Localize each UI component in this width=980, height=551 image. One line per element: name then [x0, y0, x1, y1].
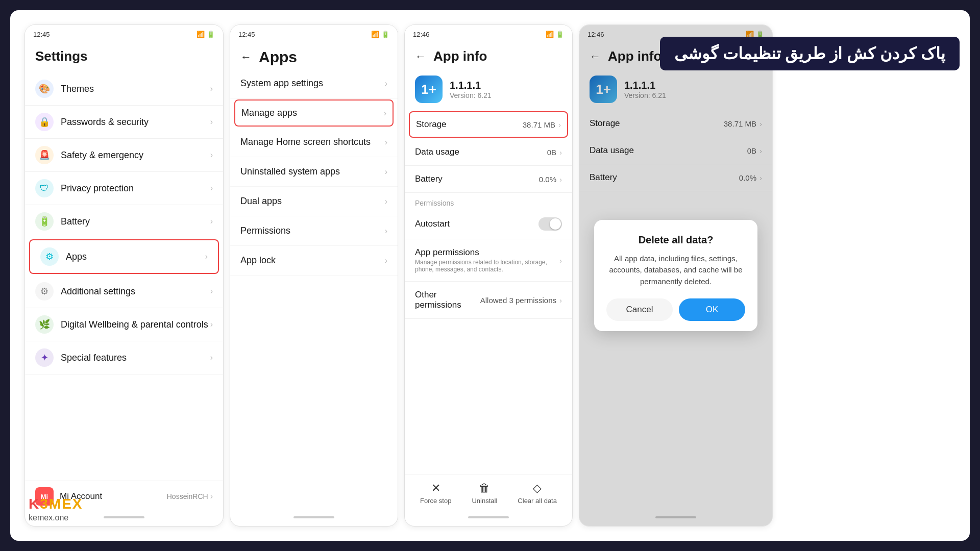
cancel-button[interactable]: Cancel [606, 298, 673, 321]
status-icons-1: 📶 🔋 [197, 31, 215, 38]
screens-row: 12:45 📶 🔋 Settings 🎨 Themes › 🔒 Password… [10, 10, 970, 541]
status-icons-3: 📶 🔋 [546, 31, 564, 38]
time-1: 12:45 [33, 31, 50, 38]
ok-button[interactable]: OK [679, 298, 745, 321]
apps-title: Apps [259, 48, 297, 66]
safety-icon: 🚨 [35, 146, 54, 164]
status-bar-3: 12:46 📶 🔋 [405, 25, 572, 43]
app-icon-3: 1+ [415, 76, 443, 103]
appinfo-data-usage[interactable]: Data usage 0B › [405, 139, 572, 166]
apps-item-uninstalled[interactable]: Uninstalled system apps › [230, 157, 398, 187]
settings-item-battery[interactable]: 🔋 Battery › [25, 205, 223, 238]
dialog-overlay: Delete all data? All app data, including… [579, 25, 772, 526]
app-name-3: 1.1.1.1 [450, 80, 492, 91]
status-bar-2: 12:45 📶 🔋 [230, 25, 398, 43]
app-permissions-label: App permissions [415, 247, 559, 258]
logo-main: K3MEX [29, 496, 83, 512]
app-lock-label: App lock [240, 255, 276, 266]
screen-apps: 12:45 📶 🔋 ← Apps System app settings › M… [230, 24, 398, 527]
other-permissions-row[interactable]: Other permissions Allowed 3 permissions … [405, 282, 572, 319]
toggle-knob [550, 218, 561, 230]
themes-label: Themes [61, 84, 210, 94]
apps-list: System app settings › Manage apps › Mana… [230, 69, 398, 512]
battery-value-3: 0.0% [539, 175, 556, 184]
force-stop-btn[interactable]: ✕ Force stop [420, 482, 451, 505]
appinfo-storage[interactable]: Storage 38.71 MB › [409, 111, 568, 138]
additional-label: Additional settings [61, 286, 210, 297]
clear-all-btn[interactable]: ◇ Clear all data [518, 482, 557, 505]
uninstalled-label: Uninstalled system apps [240, 166, 340, 177]
bottom-logo: K3MEX kemex.one [29, 496, 83, 522]
storage-label: Storage [416, 119, 523, 130]
apps-item-home[interactable]: Manage Home screen shortcuts › [230, 128, 398, 157]
apps-item-dual[interactable]: Dual apps › [230, 187, 398, 216]
logo-sub: kemex.one [29, 513, 83, 522]
settings-item-additional[interactable]: ⚙ Additional settings › [25, 275, 223, 308]
permissions-label: Permissions [240, 226, 290, 236]
banner-text: پاک کردن کش از طریق تنظیمات گوشی [674, 44, 945, 63]
battery-label: Battery [61, 216, 210, 227]
themes-arrow: › [210, 84, 213, 93]
storage-value: 38.71 MB [523, 120, 555, 129]
privacy-icon: 🛡 [35, 179, 54, 197]
bottom-actions: ✕ Force stop 🗑 Uninstall ◇ Clear all dat… [405, 474, 572, 512]
permissions-section: Permissions [405, 193, 572, 209]
back-arrow-2[interactable]: ← [240, 51, 252, 64]
status-icons-2: 📶 🔋 [371, 31, 389, 38]
battery-label-3: Battery [415, 174, 539, 184]
other-permissions-value: Allowed 3 permissions [480, 296, 556, 305]
force-stop-label: Force stop [420, 497, 451, 505]
manage-apps-label: Manage apps [241, 108, 297, 118]
settings-item-digital[interactable]: 🌿 Digital Wellbeing & parental controls … [25, 308, 223, 341]
settings-item-special[interactable]: ✦ Special features › [25, 341, 223, 374]
screen-appinfo: 12:46 📶 🔋 ← App info 1+ 1.1.1.1 Version:… [404, 24, 573, 527]
screen-appinfo-dialog: 12:46 📶 🔋 ← App info 1+ 1.1.1.1 Version:… [579, 24, 773, 527]
force-stop-icon: ✕ [431, 482, 440, 495]
status-bar-1: 12:45 📶 🔋 [25, 25, 223, 43]
clear-all-icon: ◇ [533, 482, 542, 495]
appinfo-header: ← App info [405, 43, 572, 68]
apps-item-applock[interactable]: App lock › [230, 246, 398, 276]
app-permissions-row[interactable]: App permissions Manage permissions relat… [405, 239, 572, 282]
settings-title: Settings [25, 43, 223, 72]
digital-icon: 🌿 [35, 315, 54, 334]
autostart-toggle[interactable] [538, 217, 562, 231]
logo-k: K [29, 496, 40, 512]
settings-item-safety[interactable]: 🚨 Safety & emergency › [25, 139, 223, 172]
settings-item-apps[interactable]: ⚙ Apps › [29, 239, 219, 274]
main-container: پاک کردن کش از طریق تنظیمات گوشی 12:45 📶… [10, 10, 970, 541]
appinfo-title-3: App info [433, 48, 487, 64]
additional-icon: ⚙ [35, 282, 54, 300]
autostart-row[interactable]: Autostart [405, 209, 572, 239]
passwords-label: Passwords & security [61, 117, 210, 128]
screen-settings: 12:45 📶 🔋 Settings 🎨 Themes › 🔒 Password… [24, 24, 224, 527]
passwords-icon: 🔒 [35, 113, 54, 131]
uninstall-btn[interactable]: 🗑 Uninstall [472, 482, 497, 505]
dual-apps-label: Dual apps [240, 196, 282, 207]
apps-item-manage[interactable]: Manage apps › [234, 99, 394, 127]
apps-item-system[interactable]: System app settings › [230, 69, 398, 98]
mi-account-user: HosseinRCH [167, 492, 208, 500]
dialog-buttons: Cancel OK [606, 298, 745, 321]
settings-item-passwords[interactable]: 🔒 Passwords & security › [25, 106, 223, 139]
apps-item-permissions[interactable]: Permissions › [230, 216, 398, 246]
settings-item-themes[interactable]: 🎨 Themes › [25, 72, 223, 106]
back-arrow-3[interactable]: ← [415, 50, 426, 63]
nav-bar-3 [405, 512, 572, 526]
privacy-label: Privacy protection [61, 183, 210, 194]
top-banner: پاک کردن کش از طریق تنظیمات گوشی [660, 37, 960, 70]
app-permissions-desc: Manage permissions related to location, … [415, 259, 559, 273]
time-3: 12:46 [413, 31, 430, 38]
autostart-label: Autostart [415, 219, 538, 229]
battery-icon: 🔋 [35, 212, 54, 231]
apps-header: ← Apps [230, 43, 398, 69]
dialog-body: All app data, including files, settings,… [606, 253, 745, 288]
system-app-label: System app settings [240, 78, 323, 89]
other-permissions-label: Other permissions [415, 290, 480, 310]
settings-item-privacy[interactable]: 🛡 Privacy protection › [25, 172, 223, 205]
digital-label: Digital Wellbeing & parental controls [61, 319, 210, 330]
uninstall-icon: 🗑 [479, 482, 490, 495]
special-label: Special features [61, 353, 210, 363]
appinfo-battery[interactable]: Battery 0.0% › [405, 166, 572, 193]
special-icon: ✦ [35, 348, 54, 367]
